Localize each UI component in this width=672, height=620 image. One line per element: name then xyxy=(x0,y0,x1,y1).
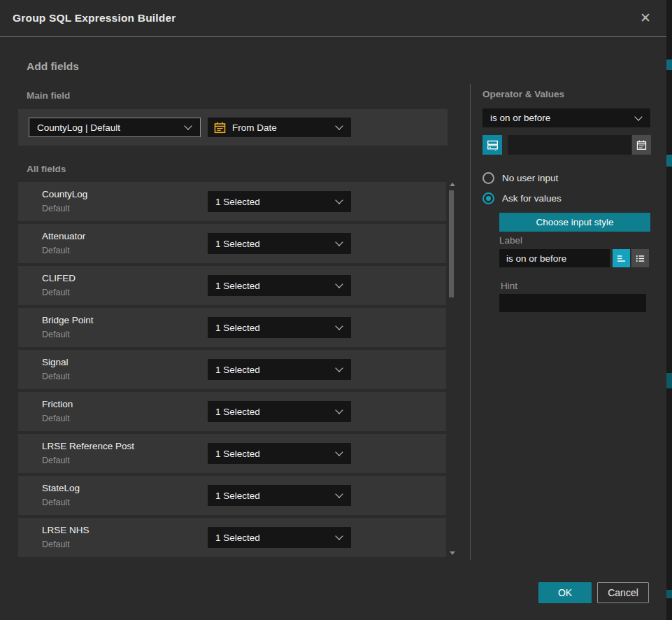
field-row: LRSE NHS Default 1 Selected xyxy=(18,518,446,557)
chevron-down-icon xyxy=(184,122,192,129)
scrollbar-thumb[interactable] xyxy=(449,190,454,297)
chevron-down-icon xyxy=(335,322,343,330)
chevron-down-icon xyxy=(335,122,343,129)
background-app-strip xyxy=(666,0,672,620)
field-name: LRSE Reference Post xyxy=(42,441,134,451)
field-name: StateLog xyxy=(42,483,80,493)
field-row: StateLog Default 1 Selected xyxy=(18,476,446,515)
field-sublabel: Default xyxy=(42,204,70,213)
unique-values-icon xyxy=(487,139,499,151)
operator-dropdown[interactable]: is on or before xyxy=(482,108,650,127)
field-name: Attenuator xyxy=(42,231,85,241)
all-fields-list: CountyLog Default 1 Selected Attenuator … xyxy=(18,182,446,560)
close-icon[interactable]: ✕ xyxy=(637,10,654,27)
field-selection-value: 1 Selected xyxy=(208,449,260,459)
background-accent xyxy=(666,590,672,598)
field-selection-dropdown[interactable]: 1 Selected xyxy=(208,443,351,464)
choose-input-style-label: Choose input style xyxy=(536,217,613,227)
background-accent xyxy=(666,155,672,167)
operator-dropdown-value: is on or before xyxy=(482,113,550,123)
background-accent xyxy=(666,373,672,388)
scrollbar-down-icon[interactable] xyxy=(450,551,455,555)
main-field-heading: Main field xyxy=(27,90,70,101)
field-name: CLIFED xyxy=(42,273,76,283)
field-selection-dropdown[interactable]: 1 Selected xyxy=(208,191,351,212)
field-row: Friction Default 1 Selected xyxy=(18,392,446,431)
chevron-down-icon xyxy=(335,490,343,498)
radio-no-user-input[interactable]: No user input xyxy=(482,171,558,184)
add-fields-heading: Add fields xyxy=(27,60,79,73)
input-style-single-button[interactable] xyxy=(613,249,630,267)
field-name: CountyLog xyxy=(42,189,87,199)
cancel-button[interactable]: Cancel xyxy=(597,582,649,603)
calendar-icon xyxy=(214,122,226,134)
field-name: Bridge Point xyxy=(42,315,94,325)
field-selection-dropdown[interactable]: 1 Selected xyxy=(208,359,351,380)
label-caption: Label xyxy=(499,235,522,246)
choose-input-style-button[interactable]: Choose input style xyxy=(499,213,650,232)
label-input[interactable] xyxy=(499,249,610,267)
radio-label: No user input xyxy=(502,173,558,183)
layer-dropdown[interactable]: CountyLog | Default xyxy=(29,118,201,137)
field-selection-value: 1 Selected xyxy=(208,491,260,501)
input-style-list-button[interactable] xyxy=(631,249,649,267)
all-fields-heading: All fields xyxy=(27,164,66,174)
chevron-down-icon xyxy=(335,532,343,540)
background-accent xyxy=(666,59,672,70)
field-row: CountyLog Default 1 Selected xyxy=(18,182,446,221)
field-row: LRSE Reference Post Default 1 Selected xyxy=(18,434,446,473)
field-row: CLIFED Default 1 Selected xyxy=(18,266,446,305)
title-divider xyxy=(0,36,666,37)
field-selection-dropdown[interactable]: 1 Selected xyxy=(208,527,351,548)
ok-button-label: OK xyxy=(558,587,572,598)
field-selection-dropdown[interactable]: 1 Selected xyxy=(208,401,351,422)
field-selection-value: 1 Selected xyxy=(208,197,260,207)
chevron-down-icon xyxy=(335,280,343,288)
chevron-down-icon xyxy=(634,113,642,120)
chevron-down-icon xyxy=(335,364,343,372)
radio-icon xyxy=(482,172,494,184)
dialog-title: Group SQL Expression Builder xyxy=(13,0,176,36)
field-sublabel: Default xyxy=(42,540,70,549)
layer-dropdown-value: CountyLog | Default xyxy=(29,122,120,133)
ok-button[interactable]: OK xyxy=(538,582,592,603)
calendar-icon xyxy=(636,140,647,150)
hint-caption: Hint xyxy=(501,281,517,291)
chevron-down-icon xyxy=(335,448,343,456)
chevron-down-icon xyxy=(335,406,343,414)
value-input[interactable] xyxy=(508,135,631,155)
field-row: Signal Default 1 Selected xyxy=(18,350,446,389)
field-row: Bridge Point Default 1 Selected xyxy=(18,308,446,347)
field-selection-dropdown[interactable]: 1 Selected xyxy=(208,485,351,506)
main-field-dropdown[interactable]: From Date xyxy=(208,118,351,137)
field-selection-dropdown[interactable]: 1 Selected xyxy=(208,317,351,338)
date-picker-button[interactable] xyxy=(632,135,651,155)
field-sublabel: Default xyxy=(42,414,70,423)
field-sublabel: Default xyxy=(42,330,70,339)
hint-input[interactable] xyxy=(499,294,646,312)
radio-selected-icon xyxy=(482,192,494,204)
value-type-button[interactable] xyxy=(482,135,502,155)
field-selection-value: 1 Selected xyxy=(208,239,260,249)
radio-label: Ask for values xyxy=(502,193,562,204)
main-field-panel: CountyLog | Default From Date xyxy=(18,109,448,146)
field-selection-dropdown[interactable]: 1 Selected xyxy=(208,275,351,296)
field-row: Attenuator Default 1 Selected xyxy=(18,224,446,263)
field-name: Signal xyxy=(42,357,69,367)
field-selection-dropdown[interactable]: 1 Selected xyxy=(208,233,351,254)
field-name: Friction xyxy=(42,399,73,409)
scrollbar-up-icon[interactable] xyxy=(450,183,455,186)
chevron-down-icon xyxy=(335,238,343,246)
dialog-title-bar: Group SQL Expression Builder ✕ xyxy=(0,0,666,36)
field-selection-value: 1 Selected xyxy=(208,281,260,291)
main-field-dropdown-value: From Date xyxy=(226,122,277,133)
field-sublabel: Default xyxy=(42,456,70,465)
field-name: LRSE NHS xyxy=(42,525,90,535)
operator-values-heading: Operator & Values xyxy=(482,89,564,99)
panel-divider xyxy=(470,84,471,560)
field-selection-value: 1 Selected xyxy=(208,533,260,543)
field-sublabel: Default xyxy=(42,372,70,381)
field-selection-value: 1 Selected xyxy=(208,365,260,375)
radio-ask-for-values[interactable]: Ask for values xyxy=(482,192,562,204)
align-left-icon xyxy=(616,253,627,264)
